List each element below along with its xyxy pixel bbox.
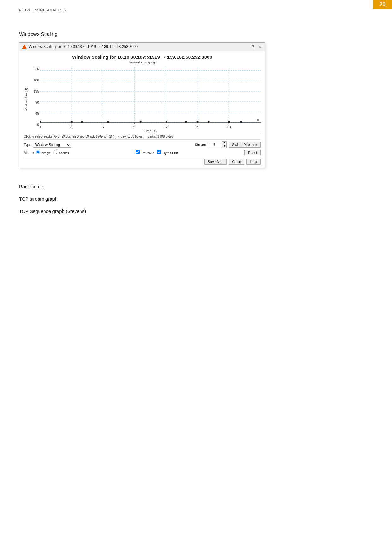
- type-label: Type: [24, 143, 31, 147]
- stream-input[interactable]: [208, 142, 220, 147]
- rcv-win-checkbox[interactable]: [136, 150, 140, 154]
- y-tick: 0: [37, 123, 39, 127]
- page-header-title: NETWORKING ANALYSIS: [19, 8, 66, 12]
- checkbox-group: Rcv Win Bytes Out: [136, 150, 178, 155]
- svg-point-19: [140, 121, 142, 123]
- section-radioau: Radioau.net: [19, 184, 373, 189]
- titlebar-close-button[interactable]: ×: [257, 45, 262, 49]
- section-tcp-seq: TCP Sequence graph (Stevens): [19, 208, 373, 214]
- y-tick: 45: [35, 112, 39, 115]
- svg-point-22: [196, 121, 198, 123]
- y-tick: 225: [33, 67, 39, 71]
- stream-up-button[interactable]: ▲: [222, 142, 226, 145]
- content-section-tcp-stream: TCP stream graph: [0, 190, 392, 202]
- svg-point-18: [107, 121, 109, 123]
- status-bar: Click to select packet 643 (20.33s len 0…: [24, 134, 261, 140]
- stream-down-button[interactable]: ▼: [222, 145, 226, 148]
- mouse-label: Mouse: [24, 151, 34, 154]
- y-tick: 90: [35, 101, 39, 104]
- svg-text:6: 6: [102, 125, 104, 129]
- chart-title: Window Scaling for 10.10.30.107:51919 → …: [24, 54, 261, 60]
- svg-point-26: [257, 119, 259, 121]
- svg-text:3: 3: [70, 125, 72, 129]
- stream-label: Stream: [195, 143, 206, 147]
- save-as-button[interactable]: Save As...: [204, 159, 227, 165]
- dialog-content: Window Scaling for 10.10.30.107:51919 → …: [19, 51, 265, 168]
- bytes-out-text: Bytes Out: [163, 151, 178, 155]
- svg-point-21: [185, 121, 187, 123]
- bytes-out-checkbox[interactable]: [157, 150, 161, 154]
- stream-spinner[interactable]: ▲ ▼: [222, 141, 227, 148]
- svg-text:Time (s): Time (s): [144, 129, 157, 132]
- type-select[interactable]: Window Scaling: [33, 142, 71, 148]
- content-sections: Radioau.net: [0, 178, 392, 189]
- controls-row-2: Mouse drags zooms Rcv Win: [24, 150, 261, 155]
- rcv-win-label[interactable]: Rcv Win: [136, 150, 154, 155]
- y-axis-ticks: 225 180 135 90 45 0: [29, 67, 39, 132]
- y-tick: 135: [33, 90, 39, 93]
- close-button[interactable]: Close: [229, 159, 244, 165]
- chart-subtitle: hwewrks.pcapng: [24, 60, 261, 64]
- page-number: 20: [373, 0, 392, 9]
- svg-marker-0: [22, 45, 27, 49]
- page-header: NETWORKING ANALYSIS: [0, 0, 392, 13]
- svg-text:0: 0: [40, 125, 41, 129]
- mouse-radio-group: drags zooms: [36, 150, 69, 155]
- button-row: Save As... Close Help: [24, 157, 261, 165]
- rcv-win-text: Rcv Win: [142, 151, 154, 155]
- svg-text:15: 15: [195, 125, 199, 129]
- chart-svg: 0 3 6 9 12 15 18 Time (s): [40, 67, 261, 132]
- svg-text:9: 9: [133, 125, 135, 129]
- help-button[interactable]: Help: [246, 159, 261, 165]
- svg-point-16: [71, 121, 73, 123]
- drags-radio[interactable]: [36, 150, 40, 154]
- switch-direction-button[interactable]: Switch Direction: [229, 142, 261, 148]
- app-icon: [22, 44, 27, 49]
- section-tcp-stream: TCP stream graph: [19, 196, 373, 202]
- svg-text:12: 12: [164, 125, 168, 129]
- svg-point-17: [81, 121, 83, 123]
- section-label: Windows Scaling: [0, 13, 392, 42]
- titlebar-help-button[interactable]: ?: [250, 45, 256, 49]
- content-section-tcp-seq: TCP Sequence graph (Stevens): [0, 203, 392, 214]
- zooms-radio-label[interactable]: zooms: [53, 150, 69, 155]
- chart-area: Window Size (B) 225 180 135 90 45 0: [24, 67, 261, 132]
- zooms-radio[interactable]: [53, 150, 57, 154]
- titlebar-text: Window Scaling for 10.10.30.107:51919 → …: [29, 45, 249, 49]
- svg-point-25: [240, 121, 242, 123]
- bytes-out-label[interactable]: Bytes Out: [157, 150, 178, 155]
- svg-text:18: 18: [227, 125, 231, 129]
- y-axis-label: Window Size (B): [24, 67, 29, 132]
- reset-button[interactable]: Reset: [244, 150, 261, 155]
- svg-point-24: [228, 121, 230, 123]
- svg-point-23: [208, 121, 209, 123]
- zooms-label: zooms: [59, 151, 69, 155]
- drags-radio-label[interactable]: drags: [36, 150, 51, 155]
- dialog-wrapper: Window Scaling for 10.10.30.107:51919 → …: [0, 42, 392, 168]
- dialog: Window Scaling for 10.10.30.107:51919 → …: [19, 42, 265, 168]
- controls-row-1: Type Window Scaling Stream ▲ ▼ Switch Di…: [24, 141, 261, 148]
- y-tick: 180: [33, 78, 39, 82]
- dialog-titlebar: Window Scaling for 10.10.30.107:51919 → …: [19, 43, 265, 51]
- drags-label: drags: [42, 151, 51, 155]
